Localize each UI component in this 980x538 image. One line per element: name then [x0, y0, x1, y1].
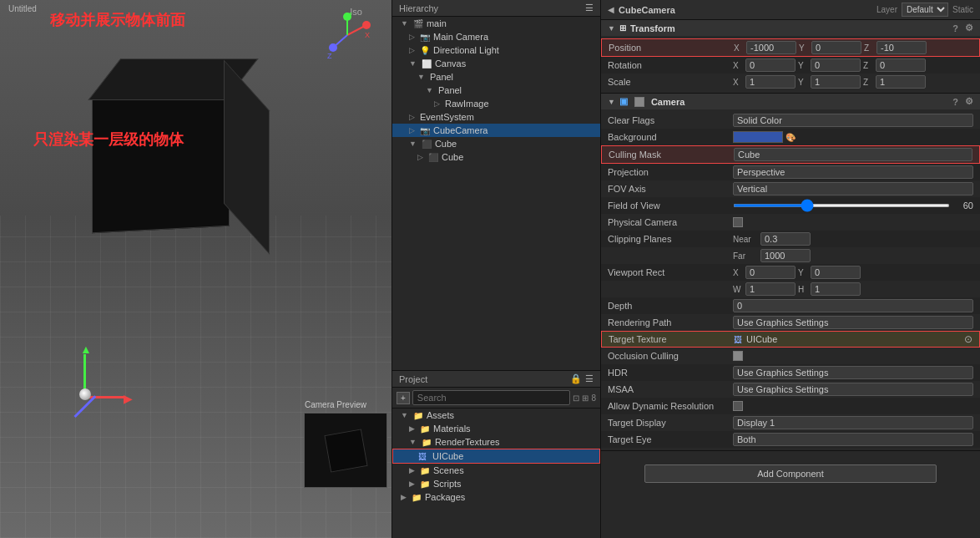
fov-axis-row: FOV Axis Vertical — [601, 180, 980, 197]
position-x-input[interactable]: -1000 — [746, 41, 796, 54]
scale-z-input[interactable] — [876, 75, 926, 89]
clipping-planes-value: Near — [733, 232, 973, 246]
physical-camera-checkbox[interactable] — [733, 217, 743, 227]
project-icon2: ⊞ — [582, 393, 589, 403]
hdr-select[interactable]: Use Graphics Settings — [733, 366, 973, 379]
project-item-scenes[interactable]: ▶ 📁 Scenes — [392, 464, 600, 477]
project-item-scripts[interactable]: ▶ 📁 Scripts — [392, 477, 600, 490]
rotation-y-input[interactable] — [811, 58, 861, 72]
scale-y-input[interactable] — [811, 75, 861, 89]
position-z-input[interactable]: -10 — [876, 41, 927, 54]
hierarchy-header: Hierarchy ☰ — [392, 0, 600, 17]
scale-label: Scale — [608, 77, 733, 87]
rendering-path-select[interactable]: Use Graphics Settings — [733, 316, 973, 329]
far-input[interactable] — [760, 249, 811, 262]
depth-input[interactable] — [733, 299, 973, 312]
project-item-rendertextures[interactable]: ▼ 📁 RenderTextures — [392, 435, 600, 449]
project-item-assets[interactable]: ▼ 📁 Assets — [392, 409, 600, 422]
viewport-wh-row: W H — [601, 281, 980, 297]
hierarchy-item-eventsystem[interactable]: ▷ EventSystem — [392, 110, 600, 124]
hdr-row: HDR Use Graphics Settings — [601, 364, 980, 381]
project-menu-icon[interactable]: ☰ — [585, 373, 594, 384]
inspector-panel: ◀ CubeCamera Layer Default Static ▼ ⊞ Tr… — [601, 0, 980, 538]
hierarchy-item-directional-light[interactable]: ▷ 💡 Directional Light — [392, 43, 600, 57]
projection-select[interactable]: Perspective — [733, 165, 973, 179]
transform-content: Position X -1000 Y 0 Z -10 Rotation — [601, 36, 980, 93]
target-texture-picker-icon[interactable]: ⊙ — [964, 333, 972, 345]
project-add-button[interactable]: + — [397, 392, 410, 404]
inspector-layer-select[interactable]: Default — [902, 3, 948, 17]
position-value: X -1000 Y 0 Z -10 — [734, 41, 972, 54]
project-search-input[interactable] — [412, 390, 571, 405]
position-y-input[interactable]: 0 — [811, 41, 861, 54]
background-color-swatch[interactable] — [733, 131, 783, 143]
target-texture-label: Target Texture — [609, 334, 734, 344]
hierarchy-item-canvas[interactable]: ▼ ⬜ Canvas — [392, 57, 600, 70]
static-label: Static — [952, 5, 973, 14]
fov-slider[interactable] — [733, 204, 950, 207]
project-item-uicube[interactable]: 🖼 UICube — [392, 449, 600, 464]
occlusion-culling-label: Occlusion Culling — [608, 351, 733, 361]
rotation-value: X Y Z — [733, 58, 973, 72]
scale-value: X Y Z — [733, 75, 973, 89]
hierarchy-item-rawimage[interactable]: ▷ RawImage — [392, 97, 600, 110]
project-item-materials[interactable]: ▶ 📁 Materials — [392, 422, 600, 435]
hierarchy-item-cube-parent[interactable]: ▼ ⬛ Cube — [392, 137, 600, 150]
hierarchy-menu-icon[interactable]: ☰ — [585, 3, 594, 13]
allow-dynamic-checkbox[interactable] — [733, 401, 743, 411]
target-eye-select[interactable]: Both — [733, 433, 973, 446]
target-eye-label: Target Eye — [608, 434, 733, 444]
viewport[interactable]: ▲ ▶ Iso — [0, 0, 392, 538]
target-display-select[interactable]: Display 1 — [733, 416, 973, 429]
hierarchy-item-cube-child[interactable]: ▷ ⬛ Cube — [392, 150, 600, 164]
culling-mask-value: Cube — [734, 148, 972, 161]
hdr-label: HDR — [608, 368, 733, 378]
vp-y-input[interactable] — [811, 266, 861, 279]
camera-settings-icon[interactable]: ⚙ — [965, 96, 973, 107]
add-component-button[interactable]: Add Component — [644, 464, 937, 483]
target-texture-name: UICube — [746, 334, 962, 344]
hierarchy-item-panel1[interactable]: ▼ Panel — [392, 70, 600, 84]
project-lock-icon[interactable]: 🔒 — [570, 373, 582, 384]
camera-enabled-checkbox[interactable] — [634, 97, 644, 107]
fov-axis-select[interactable]: Vertical — [733, 182, 973, 195]
hierarchy-item-panel2[interactable]: ▼ Panel — [392, 84, 600, 97]
viewport-label: Untitled — [8, 4, 37, 13]
hierarchy-item-cubecamera[interactable]: ▷ 📷 CubeCamera — [392, 124, 600, 137]
transform-help-icon[interactable]: ? — [952, 23, 958, 33]
project-title: Project — [399, 374, 427, 384]
project-item-packages[interactable]: ▶ 📁 Packages — [392, 490, 600, 504]
camera-fold-icon: ▼ — [608, 98, 615, 106]
camera-help-icon[interactable]: ? — [952, 97, 958, 107]
fov-label: Field of View — [608, 200, 733, 211]
msaa-row: MSAA Use Graphics Settings — [601, 381, 980, 398]
camera-header[interactable]: ▼ ▣ Camera ? ⚙ — [601, 94, 980, 109]
allow-dynamic-value — [733, 401, 973, 411]
depth-row: Depth — [601, 297, 980, 314]
clear-flags-value: Solid Color — [733, 114, 973, 127]
background-eyedropper-icon[interactable]: 🎨 — [786, 133, 796, 142]
vp-x-input[interactable] — [745, 266, 796, 279]
hierarchy-item-main[interactable]: ▼ 🎬 main — [392, 17, 600, 30]
clear-flags-select[interactable]: Solid Color — [733, 114, 973, 127]
rotation-x-input[interactable] — [745, 58, 796, 72]
hdr-value: Use Graphics Settings — [733, 366, 973, 379]
fov-axis-value: Vertical — [733, 182, 973, 195]
transform-settings-icon[interactable]: ⚙ — [965, 23, 973, 33]
fov-number: 60 — [952, 200, 973, 211]
scale-x-input[interactable] — [745, 75, 796, 89]
allow-dynamic-label: Allow Dynamic Resolution — [608, 401, 733, 411]
rotation-z-input[interactable] — [876, 58, 926, 72]
culling-mask-label: Culling Mask — [609, 150, 734, 160]
inspector-back-icon: ◀ — [608, 5, 614, 14]
culling-mask-select[interactable]: Cube — [734, 148, 972, 161]
clipping-planes-row: Clipping Planes Near — [601, 231, 980, 247]
msaa-select[interactable]: Use Graphics Settings — [733, 383, 973, 396]
occlusion-culling-checkbox[interactable] — [733, 351, 743, 361]
hierarchy-item-main-camera[interactable]: ▷ 📷 Main Camera — [392, 30, 600, 43]
viewport-rect-label: Viewport Rect — [608, 267, 733, 277]
near-input[interactable] — [760, 232, 811, 246]
vp-h-input[interactable] — [811, 282, 861, 296]
transform-header[interactable]: ▼ ⊞ Transform ? ⚙ — [601, 20, 980, 36]
vp-w-input[interactable] — [745, 282, 796, 296]
